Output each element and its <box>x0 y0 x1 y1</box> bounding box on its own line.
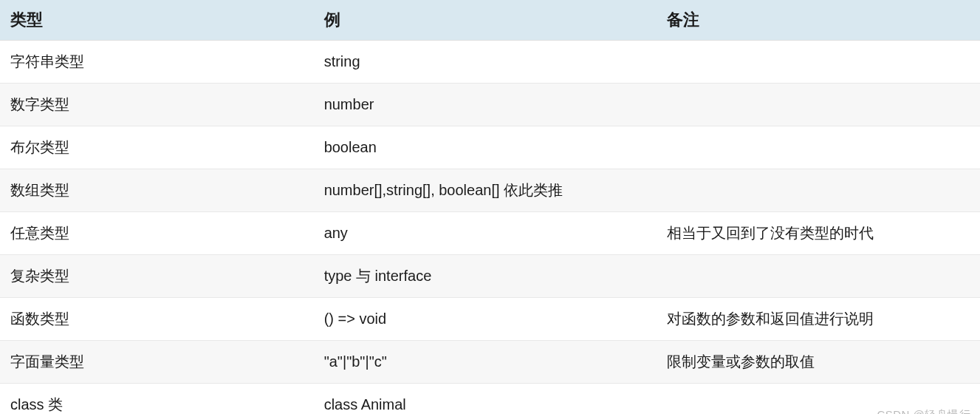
cell-note: 限制变量或参数的取值 <box>657 341 980 384</box>
cell-note: 相当于又回到了没有类型的时代 <box>657 212 980 255</box>
header-type: 类型 <box>0 0 314 41</box>
cell-note <box>657 41 980 84</box>
cell-example: number <box>314 84 657 126</box>
types-table: 类型 例 备注 字符串类型 string 数字类型 number 布尔类型 bo… <box>0 0 980 414</box>
table-row: 数字类型 number <box>0 84 980 126</box>
cell-note <box>657 384 980 415</box>
table-row: 字面量类型 "a"|"b"|"c" 限制变量或参数的取值 <box>0 341 980 384</box>
cell-note <box>657 126 980 169</box>
cell-type: 数字类型 <box>0 84 314 126</box>
cell-example: "a"|"b"|"c" <box>314 341 657 384</box>
cell-type: 函数类型 <box>0 298 314 341</box>
cell-type: 布尔类型 <box>0 126 314 169</box>
table-header-row: 类型 例 备注 <box>0 0 980 41</box>
cell-type: 任意类型 <box>0 212 314 255</box>
cell-example: string <box>314 41 657 84</box>
header-example: 例 <box>314 0 657 41</box>
cell-type: 复杂类型 <box>0 255 314 298</box>
cell-note <box>657 84 980 126</box>
header-note: 备注 <box>657 0 980 41</box>
table-row: 字符串类型 string <box>0 41 980 84</box>
table-row: 函数类型 () => void 对函数的参数和返回值进行说明 <box>0 298 980 341</box>
cell-note: 对函数的参数和返回值进行说明 <box>657 298 980 341</box>
cell-type: class 类 <box>0 384 314 415</box>
table-row: 数组类型 number[],string[], boolean[] 依此类推 <box>0 169 980 212</box>
cell-example: class Animal <box>314 384 657 415</box>
cell-note <box>657 255 980 298</box>
table-row: 布尔类型 boolean <box>0 126 980 169</box>
cell-example: type 与 interface <box>314 255 657 298</box>
cell-note <box>657 169 980 212</box>
table-row: 复杂类型 type 与 interface <box>0 255 980 298</box>
cell-example: any <box>314 212 657 255</box>
cell-type: 字面量类型 <box>0 341 314 384</box>
table-row: 任意类型 any 相当于又回到了没有类型的时代 <box>0 212 980 255</box>
cell-example: () => void <box>314 298 657 341</box>
cell-type: 数组类型 <box>0 169 314 212</box>
table-row: class 类 class Animal <box>0 384 980 415</box>
cell-type: 字符串类型 <box>0 41 314 84</box>
cell-example: number[],string[], boolean[] 依此类推 <box>314 169 657 212</box>
cell-example: boolean <box>314 126 657 169</box>
